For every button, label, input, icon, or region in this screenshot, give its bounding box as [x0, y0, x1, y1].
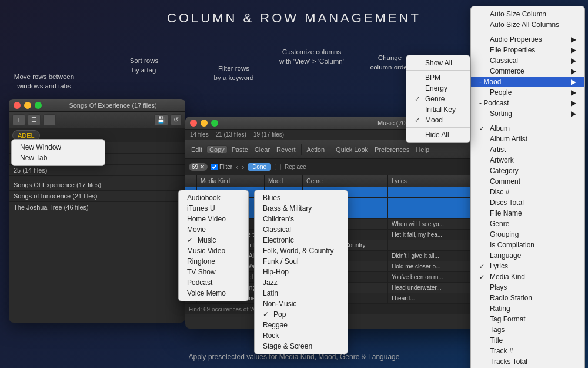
people-item[interactable]: People▶ [471, 87, 584, 98]
tag-format-item[interactable]: Tag Format [471, 314, 584, 324]
list-item-soi[interactable]: Songs of Innocence (21 files) [9, 191, 185, 202]
language-item[interactable]: Language [471, 250, 584, 261]
count-21: 21 (13 files) [216, 131, 246, 138]
main-maximize-button[interactable] [211, 120, 218, 127]
new-window-item[interactable]: New Window [12, 142, 105, 152]
album-artist-item[interactable]: Album Artist [471, 134, 584, 144]
audiobook-item[interactable]: Audiobook [179, 193, 248, 203]
classical-item[interactable]: Classical [255, 224, 348, 235]
show-all-item[interactable]: Show All [406, 58, 470, 68]
latin-item[interactable]: Latin [255, 288, 348, 299]
list-item-jt[interactable]: The Joshua Tree (46 files) [9, 202, 185, 213]
classical-item-r[interactable]: Classical▶ [471, 55, 584, 66]
podcast-mk-item[interactable]: Podcast [179, 277, 248, 288]
artist-item[interactable]: Artist [471, 144, 584, 155]
clear-btn[interactable]: Clear [252, 146, 272, 153]
file-props-item[interactable]: File Properties▶ [471, 45, 584, 55]
done-button[interactable]: Done [248, 163, 271, 171]
replace-checkbox[interactable] [275, 164, 281, 170]
initial-key-item[interactable]: Initial Key [406, 104, 470, 115]
new-tab-item[interactable]: New Tab [12, 152, 105, 163]
tracks-total-item[interactable]: Tracks Total [471, 356, 584, 367]
music-item[interactable]: ✓Music [179, 235, 248, 246]
title-item[interactable]: Title [471, 335, 584, 346]
lyrics-item[interactable]: ✓Lyrics [471, 261, 584, 271]
edit-btn[interactable]: Edit [189, 146, 205, 153]
energy-item[interactable]: Energy [406, 83, 470, 94]
bpm-item[interactable]: BPM [406, 72, 470, 83]
tags-item[interactable]: Tags [471, 324, 584, 335]
auto-size-col-item[interactable]: Auto Size Column [471, 9, 584, 19]
action-btn[interactable]: Action [305, 146, 328, 153]
filter-checkbox[interactable]: Filter [211, 164, 232, 170]
movie-item[interactable]: Movie [179, 224, 248, 235]
non-music-item[interactable]: Non-Music [255, 299, 348, 309]
save-button[interactable]: 💾 [154, 114, 168, 126]
file-name-item[interactable]: File Name [471, 208, 584, 218]
discs-total-item[interactable]: Discs Total [471, 197, 584, 208]
ringtone-item[interactable]: Ringtone [179, 256, 248, 267]
auto-size-all-item[interactable]: Auto Size All Columns [471, 19, 584, 30]
comment-item[interactable]: Comment [471, 176, 584, 187]
blues-item[interactable]: Blues [255, 193, 348, 203]
folk-item[interactable]: Folk, World, & Country [255, 246, 348, 256]
close-button[interactable] [14, 102, 21, 109]
radio-station-item[interactable]: Radio Station [471, 293, 584, 303]
funk-item[interactable]: Funk / Soul [255, 256, 348, 267]
stage-item[interactable]: Stage & Screen [255, 341, 348, 352]
right-context-menu: Auto Size Column Auto Size All Columns A… [470, 6, 585, 368]
childrens-item[interactable]: Children's [255, 214, 348, 224]
refresh-button[interactable]: ↺ [171, 114, 182, 126]
main-minimize-button[interactable] [201, 120, 208, 127]
disc-item[interactable]: Disc # [471, 187, 584, 197]
list-item-25[interactable]: 25 (14 files) [9, 165, 185, 176]
genre-sub-item[interactable]: ✓Genre [406, 94, 470, 104]
list-item-soe[interactable]: Songs Of Experience (17 files) [9, 180, 185, 191]
minus-button[interactable]: − [43, 114, 56, 126]
genre-col-item[interactable]: Genre [471, 218, 584, 229]
mood-item[interactable]: - Mood▶ [471, 77, 584, 87]
home-video-item[interactable]: Home Video [179, 214, 248, 224]
minimize-button[interactable] [24, 102, 31, 109]
music-video-item[interactable]: Music Video [179, 246, 248, 256]
plays-item[interactable]: Plays [471, 282, 584, 293]
add-button[interactable]: + [12, 114, 25, 126]
brass-item[interactable]: Brass & Military [255, 203, 348, 214]
pop-item[interactable]: ✓Pop [255, 309, 348, 320]
quicklook-btn[interactable]: Quick Look [333, 146, 370, 153]
preferences-btn[interactable]: Preferences [372, 146, 412, 153]
copy-btn[interactable]: Copy [206, 145, 228, 154]
track-num-item[interactable]: Track # [471, 346, 584, 356]
album-item[interactable]: ✓Album [471, 123, 584, 134]
media-kind-item[interactable]: ✓Media Kind [471, 271, 584, 282]
next-arrow[interactable]: › [242, 163, 244, 171]
main-close-button[interactable] [190, 120, 197, 127]
voice-memo-item[interactable]: Voice Memo [179, 288, 248, 299]
tv-show-item[interactable]: TV Show [179, 267, 248, 277]
prev-arrow[interactable]: ‹ [236, 163, 238, 171]
audio-props-item[interactable]: Audio Properties▶ [471, 34, 584, 45]
mood-sub-item[interactable]: ✓Mood [406, 115, 470, 125]
revert-btn[interactable]: Revert [274, 146, 298, 153]
artwork-item[interactable]: Artwork [471, 155, 584, 165]
hide-all-item[interactable]: Hide All [406, 130, 470, 140]
commerce-item[interactable]: Commerce▶ [471, 66, 584, 77]
sorting-item[interactable]: Sorting▶ [471, 108, 584, 119]
paste-btn[interactable]: Paste [229, 146, 250, 153]
mood-submenu: Show All BPM Energy ✓Genre Initial Key ✓… [406, 55, 470, 143]
rock-item[interactable]: Rock [255, 330, 348, 341]
filter-toggle[interactable] [211, 164, 218, 170]
is-compilation-item[interactable]: Is Compilation [471, 240, 584, 250]
help-btn[interactable]: Help [413, 146, 432, 153]
itunes-u-item[interactable]: iTunes U [179, 203, 248, 214]
podcast-item[interactable]: - Podcast▶ [471, 98, 584, 108]
maximize-button[interactable] [35, 102, 42, 109]
playlist-button[interactable]: ☰ [28, 114, 41, 126]
jazz-item[interactable]: Jazz [255, 277, 348, 288]
electronic-item[interactable]: Electronic [255, 235, 348, 246]
reggae-item[interactable]: Reggae [255, 320, 348, 330]
hiphop-item[interactable]: Hip-Hop [255, 267, 348, 277]
grouping-item[interactable]: Grouping [471, 229, 584, 240]
rating-item[interactable]: Rating [471, 303, 584, 314]
category-item[interactable]: Category [471, 165, 584, 176]
